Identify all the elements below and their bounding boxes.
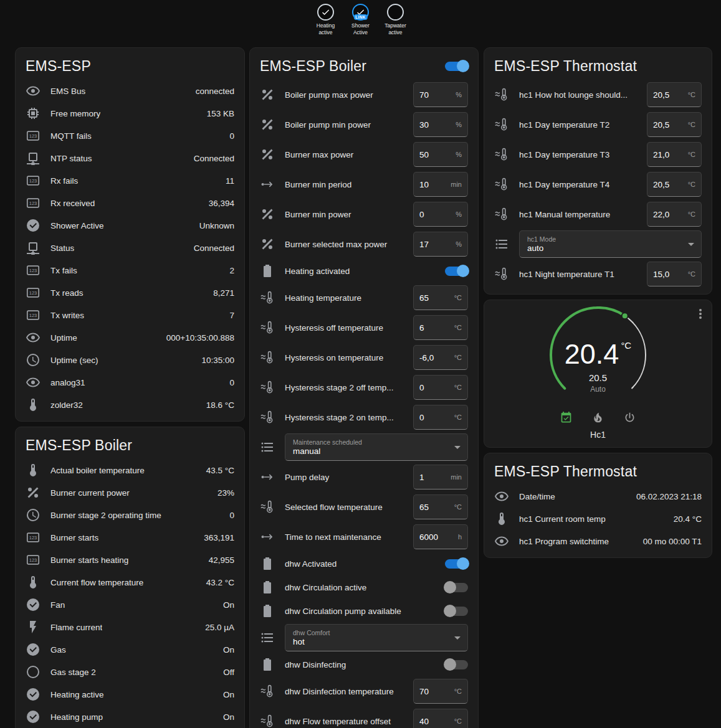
row-time-to-next-maintenance: Time to next maintenance6000h	[260, 522, 468, 552]
battery-icon	[260, 263, 275, 278]
number-input-dhw-disinfection-temperature[interactable]: 70°C	[413, 679, 468, 704]
row-free-memory[interactable]: Free memory153 KB	[26, 102, 234, 125]
row-ems-bus[interactable]: EMS Busconnected	[26, 80, 234, 102]
counter-icon: 123	[26, 128, 41, 143]
number-input-hysteresis-on-temperature[interactable]: -6,0°C	[413, 345, 468, 370]
number-input-hysteresis-stage-2-on-temp[interactable]: 0°C	[413, 405, 468, 430]
number-input-dhw-flow-temperature-offset[interactable]: 40°C	[413, 709, 468, 728]
row-hc1-current-room-temp[interactable]: hc1 Current room temp20.4 °C	[494, 508, 702, 530]
card-boiler-controls: EMS-ESP Boiler Boiler pump max power70%B…	[249, 47, 479, 728]
row-flame-current[interactable]: Flame current25.0 µA	[26, 616, 234, 638]
mode-off-button[interactable]	[623, 411, 636, 424]
row-uptime-sec[interactable]: Uptime (sec)10:35:00	[26, 349, 234, 371]
row-status[interactable]: StatusConnected	[26, 237, 234, 259]
number-input-burner-max-power[interactable]: 50%	[413, 142, 468, 167]
row-tx-reads[interactable]: 123Tx reads8,271	[26, 281, 234, 304]
number-input-boiler-pump-min-power[interactable]: 30%	[413, 112, 468, 137]
thermometer-icon	[494, 511, 509, 526]
number-input-hc1-night-temperature-t1[interactable]: 15,0°C	[647, 262, 702, 286]
svg-text:123: 123	[29, 268, 37, 273]
number-input-selected-flow-temperature[interactable]: 65°C	[413, 494, 468, 519]
row-value: 18.6 °C	[206, 400, 234, 410]
row-hc1-program-switchtime[interactable]: hc1 Program switchtime00 mo 00:00 T1	[494, 530, 702, 552]
toggle-dhw-disinfecting[interactable]	[445, 660, 468, 669]
row-label: Gas stage 2	[50, 668, 96, 677]
number-input-hc1-how-hot-lounge-should[interactable]: 20,5°C	[647, 82, 702, 107]
number-unit: %	[456, 240, 462, 248]
row-gas[interactable]: GasOn	[26, 638, 234, 661]
row-heating-active[interactable]: Heating activeOn	[26, 683, 234, 706]
mode-schedule-button[interactable]	[560, 411, 573, 424]
number-input-hc1-day-temperature-t3[interactable]: 21,0°C	[647, 142, 702, 167]
thermometer-icon	[26, 575, 41, 590]
row-rx-received[interactable]: 123Rx received36,394	[26, 192, 234, 214]
row-value: 23%	[217, 488, 234, 498]
boiler-master-toggle[interactable]	[445, 62, 468, 71]
number-input-hysteresis-stage-2-off-temp[interactable]: 0°C	[413, 375, 468, 400]
number-unit: °C	[688, 270, 695, 278]
hvac-mode-label: Auto	[494, 385, 702, 394]
row-actual-boiler-temperature[interactable]: Actual boiler temperature43.5 °C	[26, 459, 234, 481]
row-fan[interactable]: FanOn	[26, 593, 234, 616]
toggle-dhw-circulation-active[interactable]	[445, 583, 468, 592]
number-unit: min	[451, 473, 462, 481]
select-hc1-mode[interactable]: hc1 Modeauto	[519, 230, 702, 258]
number-input-pump-delay[interactable]: 1min	[413, 465, 468, 489]
number-value: 50	[419, 150, 429, 159]
number-input-hc1-manual-temperature[interactable]: 22,0°C	[647, 202, 702, 227]
thermo-waves-icon	[260, 380, 275, 395]
status-badge-shower-active[interactable]: LINKShower Active	[346, 4, 375, 36]
number-input-boiler-pump-max-power[interactable]: 70%	[413, 82, 468, 107]
row-tx-writes[interactable]: 123Tx writes7	[26, 304, 234, 326]
row-burner-current-power[interactable]: Burner current power23%	[26, 481, 234, 504]
row-mqtt-fails[interactable]: 123MQTT fails0	[26, 125, 234, 147]
number-input-hc1-day-temperature-t2[interactable]: 20,5°C	[647, 112, 702, 137]
row-value: 10:35:00	[201, 356, 234, 365]
number-input-hysteresis-off-temperature[interactable]: 6°C	[413, 315, 468, 340]
number-input-time-to-next-maintenance[interactable]: 6000h	[413, 524, 468, 549]
row-shower-active[interactable]: Shower ActiveUnknown	[26, 214, 234, 237]
row-burner-stage-2-operating-time[interactable]: Burner stage 2 operating time0	[26, 504, 234, 526]
toggle-heating-activated[interactable]	[445, 267, 468, 276]
row-value: 43.2 °C	[206, 578, 234, 587]
current-temperature-value: 20.4	[565, 338, 619, 370]
toggle-dhw-circulation-pump-available[interactable]	[445, 607, 468, 616]
row-gas-stage-2[interactable]: Gas stage 2Off	[26, 661, 234, 683]
svg-text:123: 123	[29, 313, 37, 318]
row-dhw-disinfection-temperature: dhw Disinfection temperature70°C	[260, 676, 468, 706]
thermo-waves-icon	[260, 714, 275, 728]
battery-icon	[260, 657, 275, 672]
number-input-burner-selected-max-power[interactable]: 17%	[413, 232, 468, 257]
row-burner-starts-heating[interactable]: 123Burner starts heating42,955	[26, 549, 234, 571]
row-rx-fails[interactable]: 123Rx fails11	[26, 169, 234, 192]
row-tx-fails[interactable]: 123Tx fails2	[26, 259, 234, 281]
row-heating-pump[interactable]: Heating pumpOn	[26, 706, 234, 728]
row-label: dhw Circulation active	[285, 583, 440, 592]
status-badge-heating-active[interactable]: Heating active	[311, 4, 340, 36]
status-badge-tapwater-active[interactable]: Tapwater active	[381, 4, 410, 36]
row-date-time[interactable]: Date/time06.02.2023 21:18	[494, 485, 702, 508]
row-ntp-status[interactable]: NTP statusConnected	[26, 147, 234, 169]
row-burner-max-power: Burner max power50%	[260, 139, 468, 169]
toggle-dhw-activated[interactable]	[445, 559, 468, 569]
row-analog31[interactable]: analog310	[26, 371, 234, 394]
eye-icon	[494, 489, 509, 504]
battery-icon	[260, 580, 275, 595]
row-value: 8,271	[213, 288, 234, 298]
number-input-burner-min-period[interactable]: 10min	[413, 172, 468, 197]
number-unit: °C	[454, 354, 462, 361]
select-dhw-comfort[interactable]: dhw Comforthot	[285, 624, 468, 651]
thermo-waves-icon	[494, 87, 509, 102]
number-input-burner-min-power[interactable]: 0%	[413, 202, 468, 227]
number-input-heating-temperature[interactable]: 65°C	[413, 285, 468, 310]
row-burner-starts[interactable]: 123Burner starts363,191	[26, 526, 234, 549]
row-current-flow-temperature[interactable]: Current flow temperature43.2 °C	[26, 571, 234, 593]
row-uptime[interactable]: Uptime000+10:35:00.888	[26, 326, 234, 349]
row-label: Hysteresis stage 2 off temp...	[285, 383, 408, 392]
row-zolder32[interactable]: zolder3218.6 °C	[26, 394, 234, 416]
number-value: 65	[419, 293, 429, 303]
dial-handle[interactable]	[621, 313, 628, 319]
mode-heat-button[interactable]	[591, 411, 604, 424]
number-input-hc1-day-temperature-t4[interactable]: 20,5°C	[647, 172, 702, 197]
select-maintenance-scheduled[interactable]: Maintenance scheduledmanual	[285, 433, 468, 461]
